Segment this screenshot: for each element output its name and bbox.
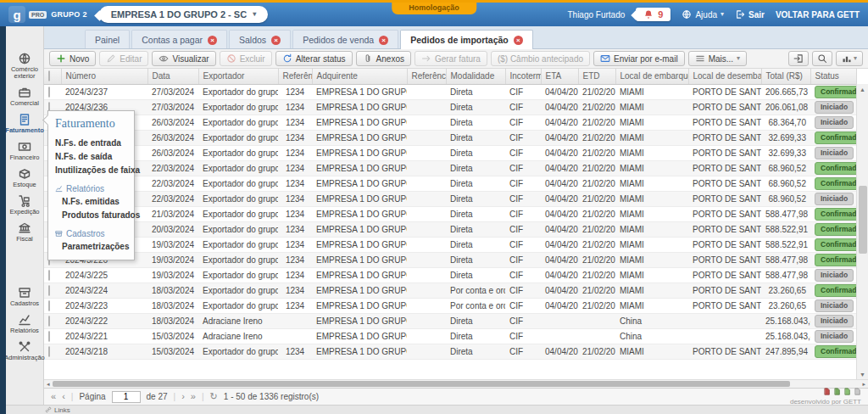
flyout-item-n-fs-emitidas[interactable]: N.Fs. emitidas [55,195,127,209]
last-page-button[interactable]: » [191,392,196,401]
table-row[interactable]: 2024/3/22619/03/2024Exportador do grupo … [44,252,856,267]
table-row[interactable]: 2024/3/22418/03/2024Exportador do grupo … [44,283,856,298]
company-selector[interactable]: EMPRESA 1 DO GRUPO 2 - SC ▾ [99,6,268,23]
row-checkbox[interactable] [48,285,50,296]
horizontal-scroll-thumb[interactable] [53,381,790,387]
sidebar-item-fiscal[interactable]: Fiscal [6,221,43,243]
notifications-button[interactable]: 9 [636,8,670,21]
row-checkbox[interactable] [48,87,50,98]
column-header-refer-ncia[interactable]: Referência [407,69,446,84]
table-row[interactable]: 2024/3/23526/03/2024Exportador do grupo … [44,115,856,130]
column-header-exportador[interactable]: Exportador [198,69,278,84]
sidebar-item-expedi-o[interactable]: Expedição [6,194,43,215]
column-header-adquirente[interactable]: Adquirente [312,69,407,84]
alterar-status-button[interactable]: Alterar status [275,51,353,66]
export-txt-button[interactable] [854,388,861,397]
tab-close-icon[interactable]: × [379,36,388,45]
table-row[interactable]: 2024/3/22218/03/2024Adraciane IrenoEMPRE… [44,313,856,328]
refresh-button[interactable]: ↻ [210,392,218,401]
flyout-item-parametriza-es[interactable]: Parametrizações [55,240,127,254]
table-row[interactable]: 2024/3/23022/03/2024Exportador do grupo … [44,191,856,206]
row-checkbox[interactable] [48,300,50,311]
table-row[interactable]: 2024/3/23326/03/2024Exportador do grupo … [44,145,856,160]
anexos-button[interactable]: Anexos [356,51,411,66]
column-header-n-mero[interactable]: Número [61,69,147,84]
export-xls-button[interactable] [833,388,841,397]
table-row[interactable]: 2024/3/23122/03/2024Exportador do grupo … [44,176,856,191]
visualizar-button[interactable]: Visualizar [152,51,215,66]
prev-page-button[interactable]: ‹ [62,392,65,401]
column-header-refer-ncia[interactable]: Referência [278,69,312,84]
first-page-button[interactable]: « [51,392,56,401]
sidebar-item-relat-rios[interactable]: Relatórios [6,313,43,334]
flyout-item-n-fs-de-entrada[interactable]: N.Fs. de entrada [55,137,127,150]
scroll-down-arrow[interactable]: ▼ [860,369,865,379]
row-checkbox[interactable] [48,316,50,327]
column-header-data[interactable]: Data [147,69,198,84]
sidebar-item-com-rcio-exterior[interactable]: Comércio exterior [6,52,43,80]
tab-pedidos-de-venda[interactable]: Pedidos de venda× [292,30,398,48]
flyout-item-inutiliza-es-de-faixa[interactable]: Inutilizações de faixa [55,164,127,177]
row-checkbox[interactable] [48,331,50,342]
flyout-item-n-fs-de-sa-da[interactable]: N.Fs. de saída [55,150,127,164]
sidebar-item-faturamento[interactable]: Faturamento [6,113,43,134]
export-pdf-button[interactable] [823,388,831,397]
sidebar-item-financeiro[interactable]: Financeiro [6,140,43,161]
links-label[interactable]: Links [54,406,70,414]
column-header-eta[interactable]: ETA [541,69,578,84]
flyout-item-cadastros[interactable]: Cadastros [55,227,127,240]
tab-contas-a-pagar[interactable]: Contas a pagar× [131,30,227,48]
sidebar-item-comercial[interactable]: Comercial [6,86,43,107]
sidebar-item-administra-o[interactable]: Administração [6,340,43,361]
tab-pedidos-de-importa-o[interactable]: Pedidos de importação× [400,30,533,49]
column-header-status[interactable]: Status [810,69,856,84]
enviar-por-e-mail-button[interactable]: Enviar por e-mail [593,51,685,66]
table-row[interactable]: 2024/3/22318/03/2024Exportador do grupo … [44,298,856,313]
table-row[interactable]: 2024/3/22719/03/2024Exportador do grupo … [44,237,856,252]
export-tool-button[interactable] [788,51,809,66]
search-tool-button[interactable] [812,51,832,66]
table-row[interactable]: 2024/3/22519/03/2024Exportador do grupo … [44,267,856,283]
scroll-up-arrow[interactable]: ▲ [860,84,865,94]
vertical-scrollbar[interactable]: ▲ ▼ [856,84,868,379]
table-row[interactable]: 2024/3/23627/03/2024Exportador do grupo … [44,99,856,115]
scroll-left-arrow[interactable]: ◂ [47,381,50,388]
table-row[interactable]: 2024/3/22921/03/2024Exportador do grupo … [44,206,856,221]
mais-button[interactable]: Mais...▾ [688,51,747,66]
novo-button[interactable]: Novo [49,51,96,66]
back-to-gett-button[interactable]: VOLTAR PARA GETT [776,10,860,20]
select-all-checkbox[interactable] [48,70,50,81]
flyout-item-relat-rios[interactable]: Relatórios [55,182,127,195]
help-menu[interactable]: Ajuda ▾ [682,9,724,20]
row-checkbox[interactable] [48,270,50,281]
horizontal-scrollbar[interactable]: ◂ ▸ [44,379,868,388]
logout-button[interactable]: Sair [735,9,765,20]
export-csv-button[interactable] [843,388,851,397]
column-header-etd[interactable]: ETD [578,69,615,84]
column-header-local-de-desembarque[interactable]: Local de desembarque [688,69,761,84]
column-header-local-de-embarque[interactable]: Local de embarque [615,69,688,84]
table-row[interactable]: 2024/3/21815/03/2024Exportador do grupo … [44,344,856,359]
table-row[interactable]: 2024/3/23727/03/2024Exportador do grupo … [44,84,856,99]
column-header-total-r-[interactable]: Total (R$) [761,69,810,84]
tab-close-icon[interactable]: × [208,36,217,45]
column-header-checkbox[interactable] [44,69,61,84]
table-row[interactable]: 2024/3/23222/03/2024Exportador do grupo … [44,160,856,176]
table-row[interactable]: 2024/3/22115/03/2024Adraciane IrenoEMPRE… [44,328,856,344]
tab-close-icon[interactable]: × [514,36,523,45]
table-row[interactable]: 2024/3/22820/03/2024Exportador do grupo … [44,221,856,237]
sidebar-item-cadastros[interactable]: Cadastros [6,286,43,307]
vertical-scroll-thumb[interactable] [859,186,867,254]
tab-close-icon[interactable]: × [271,36,281,45]
row-checkbox[interactable] [48,346,50,357]
tab-saldos[interactable]: Saldos× [229,30,291,48]
sidebar-item-estoque[interactable]: Estoque [6,167,43,188]
next-page-button[interactable]: › [181,392,185,401]
flyout-item-produtos-faturados[interactable]: Produtos faturados [55,209,127,222]
table-row[interactable]: 2024/3/23426/03/2024Exportador do grupo … [44,130,856,145]
chart-bars-tool-button[interactable]: ▾ [836,51,863,66]
column-header-modalidade[interactable]: Modalidade [446,69,505,84]
tab-painel[interactable]: Painel [85,30,130,48]
scroll-right-arrow[interactable]: ▸ [862,381,865,388]
column-header-incoterms[interactable]: Incoterms≡ [505,69,541,84]
